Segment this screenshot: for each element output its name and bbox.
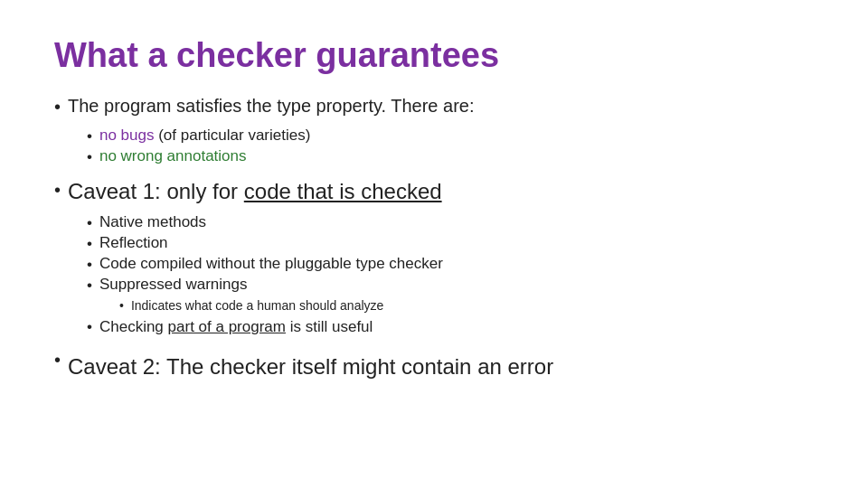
bullet1: • The program satisfies the type propert… — [54, 96, 814, 117]
checking-text: Checking part of a program is still usef… — [99, 318, 373, 336]
bullet1-container: • The program satisfies the type propert… — [54, 96, 814, 170]
caveat2-bullet: • Caveat 2: The checker itself might con… — [54, 349, 814, 380]
subbullet-code-compiled-dot: • — [87, 256, 92, 274]
caveat1-dot: • — [54, 180, 61, 201]
checking-line: • Checking part of a program is still us… — [87, 318, 814, 336]
caveat1-title: Caveat 1: only for code that is checked — [68, 179, 442, 204]
subbullet-no-wrong: • no wrong annotations — [87, 147, 814, 166]
checking-underline: part of a program — [168, 318, 286, 335]
subbullet-no-wrong-dot: • — [87, 148, 92, 166]
caveat1-container: • Caveat 1: only for code that is checke… — [54, 179, 814, 340]
slide: What a checker guarantees • The program … — [0, 0, 868, 488]
bullet1-sublist: • no bugs (of particular varieties) • no… — [87, 127, 814, 166]
subsubbullet-list: • Indicates what code a human should ana… — [119, 298, 814, 313]
subbullet-suppressed-text: Suppressed warnings — [99, 276, 247, 294]
subbullet-no-wrong-text: no wrong annotations — [99, 147, 247, 165]
subbullet-native-dot: • — [87, 214, 92, 232]
checking-dot: • — [87, 318, 92, 336]
subbullet-reflection: • Reflection — [87, 234, 814, 253]
caveat1-sublist: • Native methods • Reflection • Code com… — [87, 213, 814, 336]
caveat2-dot: • — [54, 350, 61, 371]
caveat1-underline: code that is checked — [244, 179, 442, 203]
no-bugs-colored: no bugs — [99, 127, 155, 144]
subbullet-no-bugs: • no bugs (of particular varieties) — [87, 127, 814, 145]
subbullet-native: • Native methods — [87, 213, 814, 232]
subbullet-native-text: Native methods — [99, 213, 206, 231]
subbullet-no-bugs-dot: • — [87, 127, 92, 145]
subbullet-no-bugs-text: no bugs (of particular varieties) — [99, 127, 310, 145]
subbullet-code-compiled: • Code compiled without the pluggable ty… — [87, 255, 814, 274]
subbullet-code-compiled-text: Code compiled without the pluggable type… — [99, 255, 443, 273]
subsubbullet-indicates-text: Indicates what code a human should analy… — [131, 298, 383, 313]
content-area: • The program satisfies the type propert… — [54, 96, 814, 381]
subbullet-suppressed-dot: • — [87, 277, 92, 295]
subbullet-suppressed: • Suppressed warnings — [87, 276, 814, 295]
subbullet-reflection-text: Reflection — [99, 234, 168, 252]
caveat1-bullet: • Caveat 1: only for code that is checke… — [54, 179, 814, 204]
caveat2-text: Caveat 2: The checker itself might conta… — [68, 354, 553, 380]
slide-title: What a checker guarantees — [54, 36, 814, 76]
subsubbullet-indicates: • Indicates what code a human should ana… — [119, 298, 814, 313]
subsubbullet-indicates-dot: • — [119, 298, 124, 313]
bullet1-dot: • — [54, 97, 61, 117]
bullet1-text: The program satisfies the type property.… — [68, 96, 474, 117]
subbullet-reflection-dot: • — [87, 235, 92, 253]
